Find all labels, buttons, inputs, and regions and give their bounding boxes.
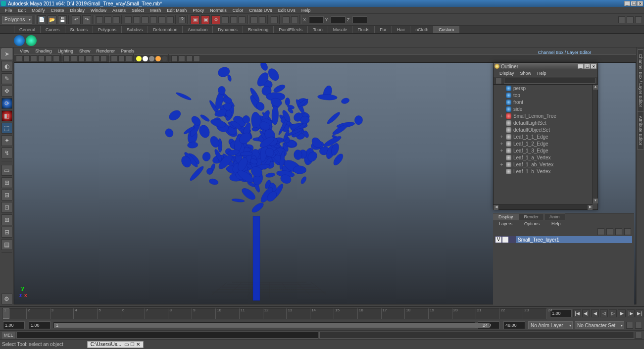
menu-create[interactable]: Create (48, 8, 67, 13)
panel-film-gate-icon[interactable] (53, 55, 59, 62)
panel-menu-shading[interactable]: Shading (32, 49, 54, 53)
outliner-menu-help[interactable]: Help (534, 71, 549, 76)
panel-image-plane-icon[interactable] (31, 55, 37, 62)
lasso-mode-icon[interactable] (104, 16, 111, 23)
manip-tool-icon[interactable]: ⬚ (1, 123, 12, 134)
panel-hq-icon[interactable] (100, 55, 107, 62)
misc-b-icon[interactable] (283, 16, 290, 23)
panel-menu-renderer[interactable]: Renderer (93, 49, 118, 53)
shelf-tab-polygons[interactable]: Polygons (93, 26, 122, 33)
panel-light-all-icon[interactable] (143, 56, 148, 61)
outliner-minimize-button[interactable]: _ (578, 64, 584, 69)
layout-d-icon[interactable]: ⊟ (1, 227, 12, 238)
layer-move-down-icon[interactable] (606, 228, 613, 235)
layout-b-icon[interactable]: ⊡ (1, 202, 12, 213)
menu-help[interactable]: Help (298, 8, 314, 13)
panel-menu-view[interactable]: View (17, 49, 32, 53)
outliner-panel[interactable]: Outliner _ ☐ ✕ DisplayShowHelp persptopf… (493, 62, 598, 210)
panel-light-sel-icon[interactable] (149, 56, 154, 61)
panel-grid-icon[interactable] (46, 55, 52, 62)
panel-xray-j-icon[interactable] (126, 55, 132, 62)
outliner-search-input[interactable] (504, 78, 595, 84)
undo-icon[interactable]: ↶ (72, 15, 81, 24)
panel-renderer-a-icon[interactable] (171, 55, 178, 62)
vtab-channel-box-layer-editor[interactable]: Channel Box / Layer Editor (637, 50, 644, 112)
outliner-titlebar[interactable]: Outliner _ ☐ ✕ (494, 63, 597, 70)
character-set-combo[interactable]: No Character Set (575, 321, 624, 329)
snap-plane-icon[interactable] (150, 16, 157, 23)
layer-menu-options[interactable]: Options (521, 221, 543, 226)
outliner-node[interactable]: +Small_Lemon_Tree (495, 112, 593, 119)
layer-color-swatch[interactable] (509, 236, 516, 243)
shelf-tab-ncloth[interactable]: nCloth (410, 26, 434, 33)
x-field[interactable] (309, 16, 324, 23)
panel-light-icon[interactable] (86, 55, 92, 62)
misc-a-icon[interactable] (271, 16, 278, 23)
panel-menu-lighting[interactable]: Lighting (54, 49, 76, 53)
play-back-icon[interactable]: ◁ (600, 309, 608, 317)
sidebar-toggle-c-icon[interactable] (635, 16, 642, 23)
scroll-left-icon[interactable]: ◀ (494, 205, 498, 210)
range-track[interactable]: 1 24 (53, 322, 475, 328)
layer-new-sel-icon[interactable] (624, 228, 631, 235)
shelf-tab-general[interactable]: General (14, 26, 41, 33)
menu-display[interactable]: Display (67, 8, 88, 13)
single-view-icon[interactable]: ▭ (1, 165, 12, 176)
move-tool-icon[interactable]: ✥ (1, 86, 12, 97)
expander-icon[interactable]: + (499, 134, 504, 140)
new-scene-icon[interactable]: 📄 (37, 15, 46, 24)
vtab-attribute-editor[interactable]: Attribute Editor (637, 111, 644, 150)
panel-renderer-b-icon[interactable] (179, 55, 185, 62)
step-fwd-key-icon[interactable]: |▶ (627, 309, 635, 317)
layer-row[interactable]: VSmall_Tree_layer1 (495, 236, 632, 243)
outliner-menu-display[interactable]: Display (496, 71, 517, 76)
shelf-tab-toon[interactable]: Toon (307, 26, 328, 33)
expander-icon[interactable]: + (499, 141, 504, 147)
tool-settings-icon[interactable]: ⚙ (1, 294, 12, 304)
minimize-button[interactable]: _ (624, 1, 630, 6)
menu-window[interactable]: Window (88, 8, 109, 13)
panel-xray-icon[interactable] (118, 55, 125, 62)
panel-bookmark-icon[interactable] (23, 55, 30, 62)
shelf-tab-fur[interactable]: Fur (374, 26, 392, 33)
outliner-scrollbar-horizontal[interactable]: ◀ ▶ (494, 204, 593, 209)
menu-color[interactable]: Color (230, 8, 247, 13)
outliner-node[interactable]: defaultLightSet (495, 119, 593, 126)
layer-type-toggle[interactable] (502, 236, 509, 243)
menu-modify[interactable]: Modify (29, 8, 48, 13)
step-fwd-icon[interactable]: ▶ (618, 309, 626, 317)
layout-b-icon[interactable] (259, 16, 266, 23)
panel-menu-show[interactable]: Show (76, 49, 94, 53)
shelf-tab-rendering[interactable]: Rendering (243, 26, 274, 33)
panel-wire-icon[interactable] (63, 55, 70, 62)
redo-icon[interactable]: ↷ (82, 15, 91, 24)
ipr-render-icon[interactable]: ▣ (201, 15, 210, 24)
rotate-tool-icon[interactable]: ⟳ (1, 98, 12, 109)
panel-menu-panels[interactable]: Panels (118, 49, 138, 53)
menu-edit-uvs[interactable]: Edit UVs (275, 8, 298, 13)
outliner-node[interactable]: top (495, 92, 593, 99)
lasso-tool-icon[interactable]: ◐ (1, 61, 12, 72)
taskbar-item[interactable]: C:\Users\Us... ▭ ☐ ✕ (87, 341, 144, 348)
outliner-node[interactable]: +Leaf_1_1_Edge (495, 133, 593, 140)
current-time-field[interactable] (550, 309, 572, 317)
outliner-node[interactable]: +Leaf_1_3_Edge (495, 147, 593, 154)
menu-normals[interactable]: Normals (207, 8, 230, 13)
outliner-tree[interactable]: persptopfrontside+Small_Lemon_Treedefaul… (495, 85, 593, 203)
outliner-node[interactable]: front (495, 99, 593, 105)
shelf-tab-fluids[interactable]: Fluids (352, 26, 375, 33)
expander-icon[interactable]: + (499, 148, 504, 153)
menu-edit-mesh[interactable]: Edit Mesh (164, 8, 190, 13)
shelf-tab-custom[interactable]: Custom (433, 26, 459, 33)
range-handle[interactable]: 1 24 (54, 323, 490, 328)
layout-e-icon[interactable]: ▤ (1, 239, 12, 250)
panel-select-cam-icon[interactable] (16, 55, 22, 62)
shelf-tab-animation[interactable]: Animation (182, 26, 213, 33)
render-b-icon[interactable] (230, 16, 237, 23)
snap-curve-icon[interactable] (133, 16, 140, 23)
save-scene-icon[interactable]: 💾 (58, 15, 67, 24)
outliner-close-button[interactable]: ✕ (591, 64, 596, 69)
range-start-inner-field[interactable] (29, 321, 50, 329)
select-tool-icon[interactable]: ➤ (1, 49, 12, 59)
step-back-key-icon[interactable]: ◀| (582, 309, 590, 317)
